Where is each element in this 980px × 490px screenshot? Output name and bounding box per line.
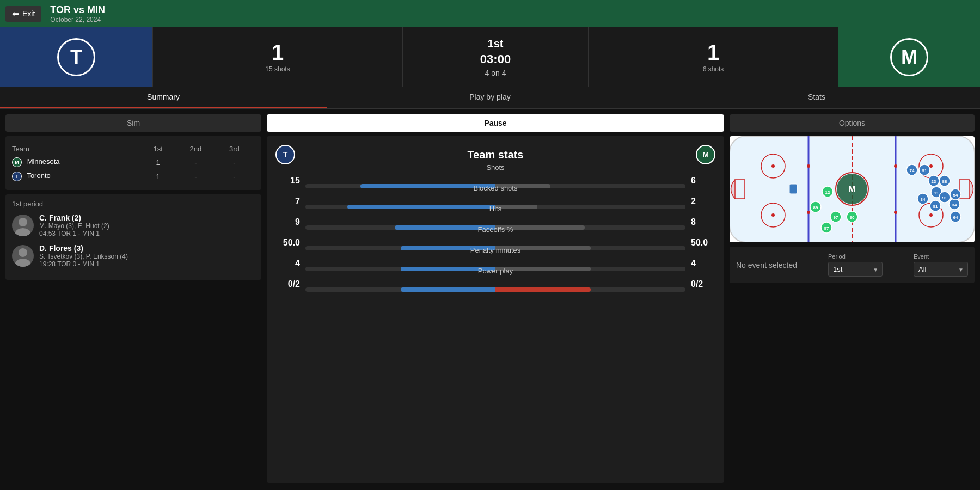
score-table-card: Team 1st 2nd 3rd M Minnesota 1 - - T Tor… xyxy=(5,136,261,190)
score-left-section: 1 15 shots xyxy=(152,27,403,87)
svg-point-0 xyxy=(19,218,27,226)
period-dropdown-wrapper: 1st 2nd 3rd ▼ xyxy=(828,262,883,277)
score-time: 19:28 TOR 0 - MIN 1 xyxy=(39,260,128,268)
options-button[interactable]: Options xyxy=(730,114,975,132)
right-panel: Options xyxy=(730,114,975,483)
team-stats-card: T Team stats M 15 Shots 6 7 Blocked shot… xyxy=(267,136,724,483)
player-avatar xyxy=(12,215,34,236)
svg-point-19 xyxy=(929,213,933,217)
team-toronto-logo: T xyxy=(57,38,95,76)
events-list: C. Frank (2) M. Mayo (3), E. Huot (2) 04… xyxy=(12,213,255,268)
col-team: Team xyxy=(12,143,143,155)
power-play-label: 4 on 4 xyxy=(485,69,506,77)
stat-bar-left xyxy=(401,287,496,292)
period-dropdown[interactable]: 1st 2nd 3rd xyxy=(828,262,883,277)
svg-text:11: 11 xyxy=(934,191,939,195)
svg-point-2 xyxy=(19,248,27,257)
stats-rows: 15 Shots 6 7 Blocked shots 2 9 Hits xyxy=(275,173,715,292)
team-name-cell: M Minnesota xyxy=(12,155,143,169)
tab-stats[interactable]: Stats xyxy=(653,87,980,108)
sim-button[interactable]: Sim xyxy=(5,114,261,132)
svg-text:88: 88 xyxy=(942,179,947,184)
stat-bar-wrap: Power play xyxy=(305,277,685,292)
list-item: D. Flores (3) S. Tsvetkov (3), P. Erikss… xyxy=(12,244,255,268)
col-2nd: 2nd xyxy=(177,143,218,155)
stat-label: Blocked shots xyxy=(474,184,518,192)
table-row: T Toronto 1 - - xyxy=(12,169,255,183)
pause-button[interactable]: Pause xyxy=(267,114,724,132)
svg-point-23 xyxy=(894,211,897,214)
svg-text:34: 34 xyxy=(952,203,957,207)
top-bar: ⬅ Exit TOR vs MIN October 22, 2024 xyxy=(0,0,980,27)
stat-label: Hits xyxy=(489,205,501,213)
exit-button[interactable]: ⬅ Exit xyxy=(5,6,41,22)
col-3rd: 3rd xyxy=(218,143,255,155)
p3-score: - xyxy=(218,169,255,183)
team-stats-title: Team stats xyxy=(295,149,696,161)
player-name: D. Flores (3) xyxy=(39,244,128,253)
event-details: C. Frank (2) M. Mayo (3), E. Huot (2) 04… xyxy=(39,213,109,237)
svg-text:23: 23 xyxy=(932,179,936,184)
no-event-label: No event selected xyxy=(736,261,797,270)
svg-point-22 xyxy=(894,164,897,168)
svg-rect-26 xyxy=(789,184,797,194)
svg-text:91: 91 xyxy=(922,168,927,173)
svg-text:M: M xyxy=(848,185,855,194)
svg-point-21 xyxy=(807,211,810,214)
main-content: Sim Team 1st 2nd 3rd M Minnesota 1 - - xyxy=(0,109,980,488)
match-title: TOR vs MIN xyxy=(50,4,105,16)
table-row: M Minnesota 1 - - xyxy=(12,155,255,169)
p2-score: - xyxy=(177,169,218,183)
period-label: 1st xyxy=(488,38,504,50)
list-item: C. Frank (2) M. Mayo (3), E. Huot (2) 04… xyxy=(12,213,255,237)
stat-val-right: 2 xyxy=(691,197,715,206)
stat-label: Penalty minutes xyxy=(470,246,521,254)
event-dropdown-wrapper: All Goals Penalties Shots ▼ xyxy=(914,262,968,277)
event-dropdown-group: Event All Goals Penalties Shots ▼ xyxy=(914,253,968,277)
rink-card: M 12 89 97 90 97 xyxy=(730,136,975,242)
nav-tabs: Summary Play by play Stats xyxy=(0,87,980,109)
score-right: 1 xyxy=(707,41,719,63)
team-icon: T xyxy=(12,171,22,181)
stat-val-left: 15 xyxy=(275,176,300,186)
p1-score: 1 xyxy=(143,155,177,169)
svg-text:54: 54 xyxy=(953,193,958,198)
stats-logo-minnesota: M xyxy=(696,145,715,164)
p3-score: - xyxy=(218,155,255,169)
event-details: D. Flores (3) S. Tsvetkov (3), P. Erikss… xyxy=(39,244,128,268)
team-name-cell: T Toronto xyxy=(12,169,143,183)
team-icon: M xyxy=(12,157,22,167)
stat-label: Power play xyxy=(478,267,513,275)
shots-right: 6 shots xyxy=(703,65,724,73)
svg-text:91: 91 xyxy=(942,195,947,200)
exit-label: Exit xyxy=(22,9,35,18)
svg-text:89: 89 xyxy=(813,205,818,210)
middle-panel: Pause T Team stats M 15 Shots 6 7 Blocke… xyxy=(261,114,730,483)
tab-play-by-play[interactable]: Play by play xyxy=(327,87,653,108)
score-table: Team 1st 2nd 3rd M Minnesota 1 - - T Tor… xyxy=(12,143,255,183)
stat-val-right: 6 xyxy=(691,176,715,186)
stat-bar-container xyxy=(305,287,685,292)
col-1st: 1st xyxy=(143,143,177,155)
svg-point-17 xyxy=(929,164,933,168)
score-left: 1 xyxy=(272,41,284,63)
stat-bar-right xyxy=(495,205,537,209)
stat-val-left: 9 xyxy=(275,217,300,227)
event-panel: No event selected Period 1st 2nd 3rd ▼ E… xyxy=(730,247,975,283)
player-avatar xyxy=(12,245,34,267)
stat-val-left: 50.0 xyxy=(275,238,300,248)
tab-summary[interactable]: Summary xyxy=(0,87,327,108)
stats-logo-toronto: T xyxy=(275,145,295,164)
svg-point-20 xyxy=(807,164,810,168)
player-assists: M. Mayo (3), E. Huot (2) xyxy=(39,222,109,230)
stat-val-right: 4 xyxy=(691,259,715,268)
score-right-section: 1 6 shots xyxy=(588,27,838,87)
stat-label: Faceoffs % xyxy=(478,225,513,234)
shots-left: 15 shots xyxy=(265,65,290,73)
header-score-bar: T 1 15 shots 1st 03:00 4 on 4 1 6 shots … xyxy=(0,27,980,87)
p1-score: 1 xyxy=(143,169,177,183)
stat-row: 0/2 Power play 0/2 xyxy=(275,277,715,292)
event-dropdown[interactable]: All Goals Penalties Shots xyxy=(914,262,968,277)
svg-text:91: 91 xyxy=(933,204,938,209)
svg-point-1 xyxy=(15,228,30,236)
